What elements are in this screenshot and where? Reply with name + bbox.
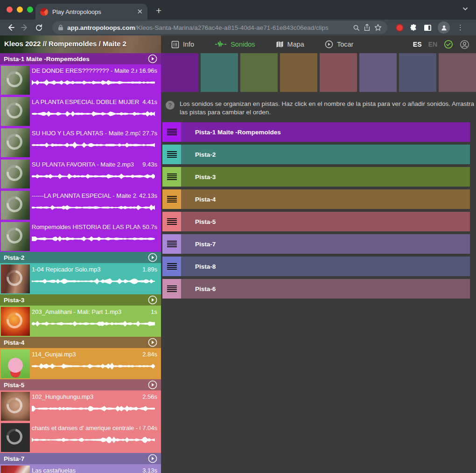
drag-handle-icon — [167, 128, 177, 136]
clip-row[interactable]: LA PLANTA ESPECIAL DOBLE MUJER - Mai...4… — [0, 96, 161, 127]
tab-sonidos[interactable]: Sonidos — [204, 35, 265, 53]
pista-row[interactable]: Pista-4 — [162, 189, 470, 209]
loop-ring-icon — [3, 425, 25, 447]
clip-row[interactable]: Rompemoldes HISTORIA DE LAS PLANTAS...50… — [0, 221, 161, 252]
tab-close-icon[interactable]: ✕ — [137, 7, 143, 16]
track-header-5[interactable]: Pista-5 — [0, 379, 161, 390]
clip-thumbnail — [1, 264, 30, 293]
reload-button[interactable] — [33, 21, 45, 34]
drag-handle[interactable] — [162, 212, 181, 231]
tab-mapa[interactable]: Mapa — [266, 35, 315, 53]
address-bar[interactable]: app.antropoloops.com/Kleos-Santa-Marina/… — [52, 21, 387, 34]
extensions-puzzle-icon[interactable] — [410, 24, 418, 32]
color-swatch-1 — [161, 53, 198, 92]
drag-handle[interactable] — [162, 145, 181, 164]
pista-row-body[interactable]: Pista-8 — [181, 257, 470, 276]
zoom-page-icon[interactable] — [353, 24, 360, 31]
account-icon[interactable] — [460, 40, 469, 49]
window-controls[interactable] — [7, 7, 33, 13]
clip-waveform — [32, 276, 155, 286]
pista-row[interactable]: Pista-3 — [162, 167, 470, 187]
clip-row[interactable]: SU PLANTA FAVORITA - Maite 2.mp39.43s — [0, 158, 161, 189]
zoom-window-button[interactable] — [27, 7, 33, 13]
clip-row[interactable]: ------LA PLANNTA ESPECIAL - Maite 2.mp34… — [0, 189, 161, 221]
tab-tocar[interactable]: Tocar — [315, 35, 364, 53]
track-play-button[interactable] — [148, 454, 157, 463]
split-view-icon[interactable] — [424, 24, 432, 31]
share-icon[interactable] — [364, 24, 371, 31]
drag-handle[interactable] — [162, 122, 181, 142]
drag-handle[interactable] — [162, 234, 181, 254]
url-text[interactable]: app.antropoloops.com/Kleos-Santa-Marina/… — [67, 24, 349, 31]
clip-row[interactable]: Las castañuelas3.13s — [0, 464, 161, 473]
track-header-3[interactable]: Pista-3 — [0, 294, 161, 306]
clip-row[interactable]: SU HIJO Y LAS PLANTAS - Maite 2.mp327.7s — [0, 127, 161, 158]
track-header-1[interactable]: Pista-1 Maite -Rompemoldes — [0, 53, 161, 64]
track-play-button[interactable] — [148, 380, 157, 390]
clip-row[interactable]: DE DONDE ERES???????? - Maite 2.mp316.96… — [0, 64, 161, 96]
record-extension-icon[interactable] — [396, 24, 404, 32]
pista-row-body[interactable]: Pista-7 — [181, 234, 470, 254]
track-play-button[interactable] — [148, 338, 157, 347]
pista-row[interactable]: Pista-5 — [162, 212, 470, 231]
clip-row[interactable]: 114_Gunjai.mp32.84s — [0, 348, 161, 379]
clip-row[interactable]: 203_Amalihani - Mali: Part 1.mp31s — [0, 306, 161, 337]
lang-es-button[interactable]: ES — [413, 41, 422, 48]
url-path: /Kleos-Santa-Marina/a276ac4e-a815-40d4-a… — [135, 24, 329, 31]
pista-row-body[interactable]: Pista-2 — [181, 145, 470, 164]
drag-handle[interactable] — [162, 279, 181, 299]
drag-handle[interactable] — [162, 189, 181, 209]
clip-duration: 4.41s — [142, 98, 157, 105]
loop-ring-icon — [3, 131, 25, 153]
tab-info[interactable]: Info — [161, 35, 204, 53]
clip-row[interactable]: chants et danses d' amerique centrale - … — [0, 422, 161, 453]
loop-ring-icon — [3, 162, 25, 184]
track-header-4[interactable]: Pista-4 — [0, 337, 161, 348]
tab-search-chevron-icon[interactable] — [462, 6, 469, 14]
track-play-button[interactable] — [148, 54, 157, 63]
track-header-2[interactable]: Pista-2 — [0, 252, 161, 263]
clip-waveform — [32, 319, 155, 329]
back-button[interactable] — [5, 21, 17, 34]
pista-row-body[interactable]: Pista-5 — [181, 212, 470, 231]
track-play-button[interactable] — [148, 295, 157, 305]
pista-row[interactable]: Pista-2 — [162, 145, 470, 164]
minimize-window-button[interactable] — [17, 7, 23, 13]
pista-row-body[interactable]: Pista-3 — [181, 167, 470, 187]
clip-duration: 27.7s — [142, 130, 157, 137]
app-header: Kleos 2022 // Rompemoldes / Maite 2 Info… — [0, 35, 476, 53]
tab-mapa-label: Mapa — [287, 41, 304, 48]
clip-row[interactable]: 1-04 Repicador Solo.mp31.89s — [0, 263, 161, 294]
main-panel: ? Los sonidos se organizan en pistas. Ha… — [161, 53, 476, 473]
pista-row-body[interactable]: Pista-6 — [181, 279, 470, 299]
close-window-button[interactable] — [7, 7, 13, 13]
profile-avatar[interactable] — [438, 21, 450, 34]
browser-menu-kebab-icon[interactable]: ⋮ — [457, 23, 464, 32]
browser-tab[interactable]: Play Antropoloops ✕ — [35, 4, 147, 20]
pista-row-body[interactable]: Pista-1 Maite -Rompemoldes — [181, 122, 470, 142]
track-play-button[interactable] — [148, 253, 157, 262]
lock-icon[interactable] — [58, 24, 63, 31]
pista-row[interactable]: Pista-6 — [162, 279, 470, 299]
clip-row[interactable]: 102_Hunguhungu.mp32.56s — [0, 390, 161, 422]
forward-button[interactable] — [19, 21, 31, 34]
tab-sonidos-label: Sonidos — [231, 41, 255, 48]
new-tab-button[interactable]: + — [156, 5, 161, 20]
drag-handle[interactable] — [162, 167, 181, 187]
drag-handle-icon — [167, 262, 177, 271]
map-icon — [276, 41, 284, 48]
waveform-icon — [215, 41, 227, 48]
track-rows: Pista-1 Maite -RompemoldesPista-2Pista-3… — [162, 122, 470, 299]
pista-row[interactable]: Pista-8 — [162, 257, 470, 276]
clip-waveform — [32, 435, 155, 445]
pista-row-label: Pista-3 — [195, 174, 216, 181]
pista-row-body[interactable]: Pista-4 — [181, 189, 470, 209]
clip-name: 102_Hunguhungu.mp3 — [32, 393, 140, 400]
lang-en-button[interactable]: EN — [428, 41, 437, 48]
bookmark-star-icon[interactable] — [374, 24, 382, 31]
clip-thumbnail — [1, 191, 30, 220]
drag-handle[interactable] — [162, 257, 181, 276]
pista-row[interactable]: Pista-7 — [162, 234, 470, 254]
track-header-6[interactable]: Pista-7 — [0, 453, 161, 464]
pista-row[interactable]: Pista-1 Maite -Rompemoldes — [162, 122, 470, 142]
